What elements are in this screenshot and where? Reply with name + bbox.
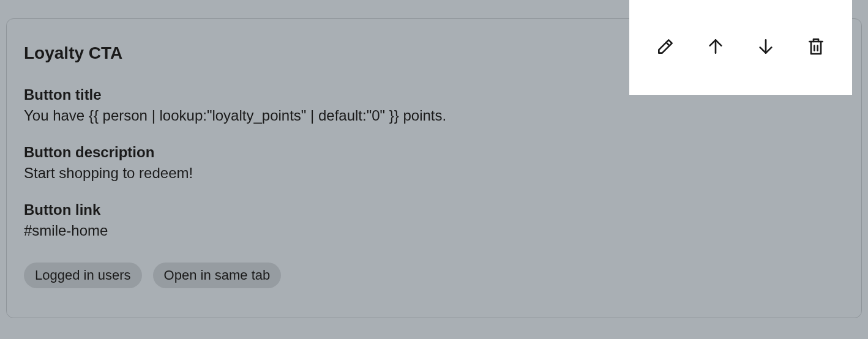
button-description-field: Button description Start shopping to red…	[24, 144, 844, 182]
card-tags: Logged in users Open in same tab	[24, 263, 844, 288]
tag-logged-in-users: Logged in users	[24, 263, 142, 288]
delete-button[interactable]	[801, 33, 831, 62]
button-link-label: Button link	[24, 201, 844, 218]
move-down-button[interactable]	[751, 33, 780, 62]
button-link-field: Button link #smile-home	[24, 201, 844, 239]
arrow-down-icon	[756, 37, 776, 58]
arrow-up-icon	[706, 37, 725, 58]
card-toolbar	[629, 0, 852, 95]
trash-icon	[806, 37, 826, 58]
button-description-value: Start shopping to redeem!	[24, 165, 844, 182]
button-title-value: You have {{ person | lookup:"loyalty_poi…	[24, 107, 844, 124]
pencil-icon	[656, 37, 675, 58]
tag-open-same-tab: Open in same tab	[153, 263, 282, 288]
button-link-value: #smile-home	[24, 222, 844, 239]
button-description-label: Button description	[24, 144, 844, 161]
move-up-button[interactable]	[701, 33, 730, 62]
edit-button[interactable]	[651, 33, 680, 62]
